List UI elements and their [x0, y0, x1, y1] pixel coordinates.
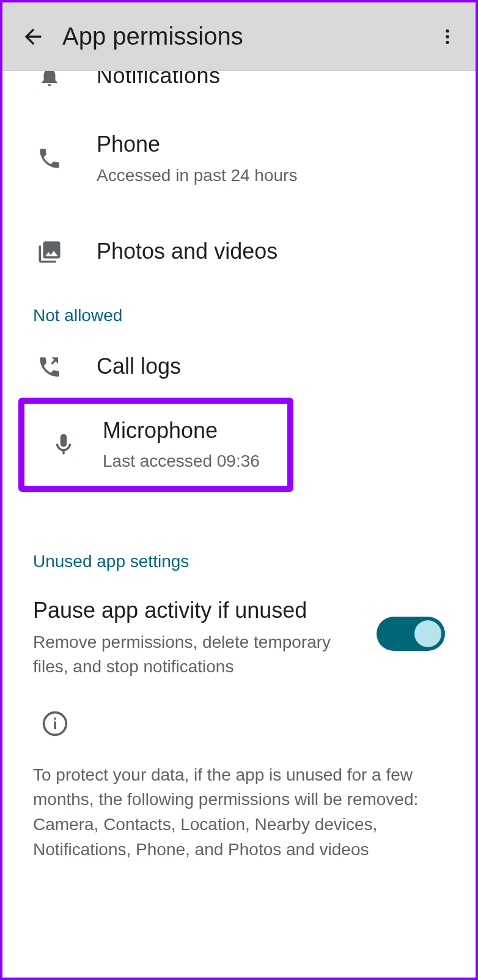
call-logs-icon	[37, 354, 62, 380]
permission-item-call-logs[interactable]: Call logs	[2, 336, 476, 398]
info-icon	[42, 710, 68, 737]
permission-title: Microphone	[103, 416, 287, 446]
permission-item-phone[interactable]: Phone Accessed in past 24 hours	[2, 117, 476, 199]
permission-item-photos[interactable]: Photos and videos	[2, 221, 476, 283]
pause-activity-row[interactable]: Pause app activity if unused Remove perm…	[2, 582, 476, 691]
svg-point-1	[446, 35, 449, 38]
info-text: To protect your data, if the app is unus…	[33, 763, 445, 862]
permission-subtitle: Last accessed 09:36	[103, 449, 287, 473]
permission-item-microphone[interactable]: Microphone Last accessed 09:36	[18, 398, 293, 492]
svg-point-0	[446, 29, 449, 32]
page-title: App permissions	[62, 23, 433, 50]
microphone-icon	[51, 432, 76, 458]
svg-point-2	[446, 40, 449, 43]
permission-title: Call logs	[97, 352, 476, 382]
svg-rect-4	[54, 721, 56, 729]
svg-rect-5	[54, 718, 56, 720]
section-header-not-allowed: Not allowed	[2, 283, 476, 336]
more-options-button[interactable]	[433, 22, 462, 51]
info-section: To protect your data, if the app is unus…	[2, 691, 476, 874]
phone-icon	[37, 146, 62, 171]
pause-toggle[interactable]	[377, 617, 445, 651]
permission-title: Photos and videos	[97, 237, 476, 267]
toggle-knob	[414, 620, 441, 647]
photos-icon	[37, 239, 62, 265]
app-bar: App permissions	[2, 2, 476, 71]
permission-item-notifications[interactable]: Notifications	[2, 71, 476, 95]
permission-title: Phone	[97, 130, 476, 160]
content-area: Notifications Phone Accessed in past 24 …	[2, 71, 476, 874]
notifications-icon	[38, 71, 61, 88]
pause-title: Pause app activity if unused	[33, 596, 352, 626]
permission-title: Notifications	[97, 71, 476, 91]
back-button[interactable]	[18, 22, 48, 51]
permission-subtitle: Accessed in past 24 hours	[97, 163, 476, 187]
pause-subtitle: Remove permissions, delete temporary fil…	[33, 630, 352, 678]
section-header-unused: Unused app settings	[2, 529, 476, 582]
more-vert-icon	[438, 27, 457, 46]
arrow-back-icon	[21, 24, 45, 49]
